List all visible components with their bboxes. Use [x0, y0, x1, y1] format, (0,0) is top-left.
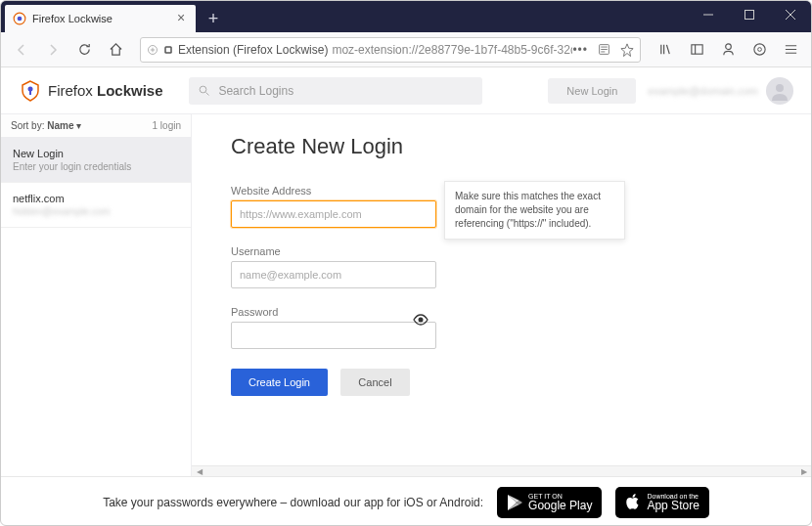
svg-rect-3 — [745, 11, 754, 20]
page-title: Create New Login — [231, 134, 772, 159]
google-play-icon — [507, 494, 522, 511]
extension-label: Extension (Firefox Lockwise) — [178, 43, 328, 57]
tab-title: Firefox Lockwise — [32, 13, 174, 24]
tab-close-icon[interactable]: × — [174, 12, 188, 25]
svg-rect-25 — [29, 90, 31, 95]
eye-icon[interactable] — [413, 312, 429, 330]
main-content: Create New Login Website Address Make su… — [192, 114, 811, 465]
back-button[interactable] — [7, 36, 36, 64]
sidebar-item-netflix[interactable]: netflix.com hidden@example.com — [1, 183, 191, 228]
svg-line-27 — [206, 92, 209, 95]
svg-point-18 — [725, 44, 731, 50]
svg-point-1 — [18, 17, 23, 22]
menu-icon[interactable] — [776, 36, 805, 64]
apple-icon — [625, 494, 641, 511]
search-icon — [199, 85, 210, 97]
browser-toolbar: Extension (Firefox Lockwise) moz-extensi… — [1, 32, 811, 67]
username-label: Username — [231, 245, 436, 257]
sidebar: Sort by: Name ▾ 1 login New Login Enter … — [1, 114, 192, 476]
bookmark-star-icon[interactable] — [620, 43, 634, 57]
website-label: Website Address — [231, 185, 436, 197]
scroll-right-icon[interactable]: ▶ — [798, 467, 809, 476]
lockwise-icon — [19, 79, 42, 103]
password-label: Password — [231, 306, 436, 318]
new-tab-button[interactable]: + — [200, 5, 227, 32]
svg-point-26 — [201, 86, 207, 93]
scroll-left-icon[interactable]: ◀ — [194, 467, 204, 476]
browser-tab[interactable]: Firefox Lockwise × — [5, 5, 196, 32]
username-input[interactable] — [231, 261, 436, 288]
search-logins-input[interactable]: Search Logins — [189, 77, 482, 105]
sidebar-icon[interactable] — [682, 36, 711, 64]
svg-rect-16 — [691, 45, 701, 54]
svg-line-15 — [666, 45, 669, 54]
lockwise-logo: Firefox Lockwise — [19, 79, 163, 103]
sidebar-item-new-login[interactable]: New Login Enter your login credentials — [1, 138, 191, 183]
reader-icon[interactable] — [598, 43, 610, 56]
footer: Take your passwords everywhere – downloa… — [1, 476, 811, 526]
library-icon[interactable] — [651, 36, 680, 64]
horizontal-scrollbar[interactable]: ◀ ▶ — [192, 465, 811, 476]
window-controls — [688, 1, 811, 32]
chevron-down-icon: ▾ — [76, 120, 81, 131]
forward-button[interactable] — [38, 36, 68, 64]
create-login-button[interactable]: Create Login — [231, 369, 328, 396]
svg-point-20 — [757, 48, 761, 52]
lockwise-favicon — [13, 12, 26, 25]
maximize-button[interactable] — [729, 1, 770, 28]
svg-point-29 — [419, 318, 424, 323]
minimize-button[interactable] — [688, 1, 729, 28]
account-icon[interactable] — [713, 36, 743, 64]
more-icon[interactable]: ••• — [572, 43, 588, 57]
address-bar[interactable]: Extension (Firefox Lockwise) moz-extensi… — [140, 37, 641, 63]
svg-point-28 — [776, 84, 784, 92]
cancel-button[interactable]: Cancel — [340, 369, 409, 396]
app-header: Firefox Lockwise Search Logins New Login… — [1, 67, 811, 114]
login-count: 1 login — [153, 120, 181, 131]
svg-point-19 — [753, 44, 764, 55]
home-button[interactable] — [101, 36, 130, 64]
sort-row[interactable]: Sort by: Name ▾ 1 login — [1, 114, 191, 138]
website-input[interactable] — [231, 200, 436, 228]
password-input[interactable] — [231, 322, 436, 349]
window-title-bar: Firefox Lockwise × + — [1, 1, 811, 32]
footer-text: Take your passwords everywhere – downloa… — [103, 496, 483, 509]
close-window-button[interactable] — [770, 1, 811, 28]
signin-icon[interactable] — [744, 36, 774, 64]
reload-button[interactable] — [69, 36, 99, 64]
avatar[interactable] — [766, 77, 793, 105]
svg-rect-8 — [166, 47, 171, 52]
url-text: moz-extension://2e88779e-1b7f-48b5-9c6f-… — [332, 43, 572, 57]
user-email: example@domain.com — [648, 85, 758, 97]
google-play-badge[interactable]: GET IT ONGoogle Play — [497, 487, 602, 518]
app-store-badge[interactable]: Download on theApp Store — [615, 487, 708, 518]
website-tooltip: Make sure this matches the exact domain … — [444, 181, 625, 240]
new-login-button[interactable]: New Login — [548, 78, 636, 104]
